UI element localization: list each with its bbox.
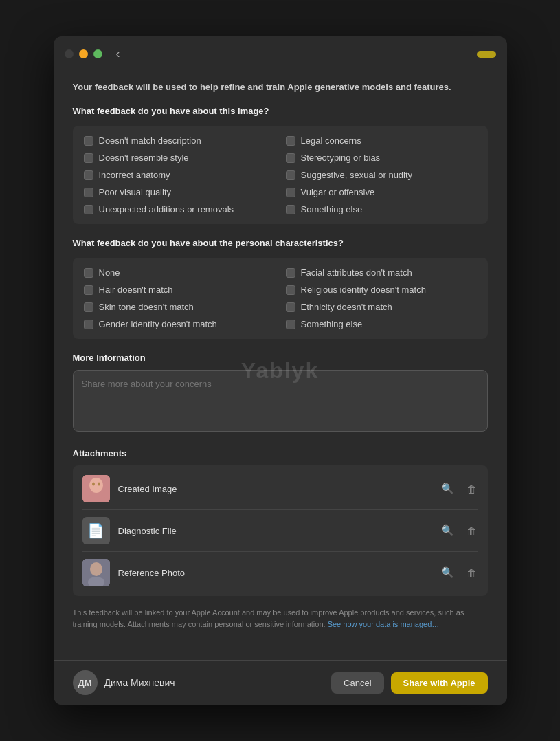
checkbox-none[interactable] [84, 268, 93, 278]
checkbox-facial-attributes[interactable] [286, 268, 295, 278]
checkbox-hair[interactable] [84, 285, 93, 295]
option-label: Doesn't resemble style [99, 153, 189, 163]
attachment-thumb-reference [82, 559, 110, 586]
option-label: Skin tone doesn't match [99, 302, 194, 312]
checkbox-incorrect-anatomy[interactable] [84, 170, 93, 180]
close-button[interactable] [65, 49, 74, 58]
option-label: Gender identity doesn't match [99, 319, 217, 329]
option-stereotyping-bias[interactable]: Stereotyping or bias [286, 153, 477, 163]
option-hair[interactable]: Hair doesn't match [84, 285, 275, 295]
option-label: None [99, 267, 120, 278]
option-ethnicity[interactable]: Ethnicity doesn't match [286, 302, 477, 312]
personal-question: What feedback do you have about the pers… [73, 238, 488, 248]
avatar: ДМ [73, 670, 98, 695]
option-something-else-image[interactable]: Something else [286, 204, 477, 214]
option-incorrect-anatomy[interactable]: Incorrect anatomy [84, 170, 275, 180]
option-legal-concerns[interactable]: Legal concerns [286, 135, 477, 146]
personal-options-grid: None Facial attributes don't match Hair … [73, 258, 488, 339]
checkbox-something-else-personal[interactable] [286, 320, 295, 329]
option-doesnt-match-description[interactable]: Doesn't match description [84, 135, 275, 146]
thumb-image-created [82, 475, 110, 502]
svg-point-3 [92, 483, 95, 486]
checkbox-doesnt-resemble-style[interactable] [84, 153, 93, 163]
option-suggestive[interactable]: Suggestive, sexual or nudity [286, 170, 477, 180]
done-button[interactable] [477, 51, 496, 58]
attachments-list: Created Image 🔍 🗑 📄 Diagnostic File 🔍 🗑 [73, 465, 488, 596]
thumb-doc-icon: 📄 [82, 517, 110, 544]
option-facial-attributes[interactable]: Facial attributes don't match [286, 267, 477, 278]
checkbox-ethnicity[interactable] [286, 302, 295, 312]
delete-attachment-diagnostic[interactable]: 🗑 [465, 524, 478, 538]
checkbox-legal-concerns[interactable] [286, 136, 295, 146]
delete-attachment-reference[interactable]: 🗑 [465, 566, 478, 580]
image-options-grid: Doesn't match description Legal concerns… [73, 126, 488, 224]
search-attachment-reference[interactable]: 🔍 [440, 565, 456, 580]
checkbox-unexpected-additions[interactable] [84, 205, 93, 214]
back-button[interactable]: ‹ [116, 47, 120, 61]
delete-attachment-created[interactable]: 🗑 [465, 482, 478, 496]
attachment-name-reference: Reference Photo [118, 568, 440, 578]
option-label: Incorrect anatomy [99, 170, 170, 180]
option-label: Ethnicity doesn't match [301, 302, 392, 312]
option-label: Something else [301, 319, 363, 329]
checkbox-poor-quality[interactable] [84, 188, 93, 197]
more-info-label: More Information [73, 353, 488, 363]
cancel-button[interactable]: Cancel [331, 672, 383, 694]
attachment-actions-created: 🔍 🗑 [440, 481, 478, 496]
option-label: Stereotyping or bias [301, 153, 381, 163]
thumb-image-reference [82, 559, 110, 586]
option-doesnt-resemble-style[interactable]: Doesn't resemble style [84, 153, 275, 163]
option-unexpected-additions[interactable]: Unexpected additions or removals [84, 204, 275, 214]
attachment-name-diagnostic: Diagnostic File [118, 526, 440, 536]
search-attachment-created[interactable]: 🔍 [440, 481, 456, 496]
intro-text: Your feedback will be used to help refin… [73, 80, 488, 94]
option-label: Religious identity doesn't match [301, 285, 426, 295]
option-label: Something else [301, 204, 363, 214]
option-label: Suggestive, sexual or nudity [301, 170, 413, 180]
traffic-lights [65, 49, 102, 58]
option-poor-quality[interactable]: Poor visual quality [84, 187, 275, 197]
attachment-thumb-created [82, 475, 110, 502]
svg-point-4 [98, 483, 100, 486]
attachment-thumb-diagnostic: 📄 [82, 517, 110, 544]
checkbox-skin-tone[interactable] [84, 302, 93, 312]
checkbox-suggestive[interactable] [286, 170, 295, 180]
data-management-link[interactable]: See how your data is managed… [328, 620, 440, 628]
option-label: Legal concerns [301, 135, 361, 146]
attachments-label: Attachments [73, 448, 488, 458]
option-religious-identity[interactable]: Religious identity doesn't match [286, 285, 477, 295]
option-vulgar[interactable]: Vulgar or offensive [286, 187, 477, 197]
attachment-diagnostic-file: 📄 Diagnostic File 🔍 🗑 [82, 510, 478, 552]
attachment-actions-reference: 🔍 🗑 [440, 565, 478, 580]
option-skin-tone[interactable]: Skin tone doesn't match [84, 302, 275, 312]
checkbox-religious-identity[interactable] [286, 285, 295, 295]
search-attachment-diagnostic[interactable]: 🔍 [440, 523, 456, 538]
user-name: Дима Михневич [104, 677, 175, 688]
attachment-created-image: Created Image 🔍 🗑 [82, 468, 478, 510]
checkbox-something-else-image[interactable] [286, 205, 295, 214]
checkbox-stereotyping-bias[interactable] [286, 153, 295, 163]
title-bar: ‹ [54, 36, 507, 72]
bottom-bar: ДМ Дима Михневич Cancel Share with Apple [54, 660, 507, 705]
attachment-name-created: Created Image [118, 484, 440, 494]
option-none[interactable]: None [84, 267, 275, 278]
option-gender-identity[interactable]: Gender identity doesn't match [84, 319, 275, 329]
option-label: Vulgar or offensive [301, 187, 375, 197]
checkbox-doesnt-match-description[interactable] [84, 136, 93, 146]
option-label: Doesn't match description [99, 135, 201, 146]
more-info-textarea[interactable] [73, 370, 488, 432]
image-question: What feedback do you have about this ima… [73, 106, 488, 116]
maximize-button[interactable] [93, 49, 102, 58]
attachment-reference-photo: Reference Photo 🔍 🗑 [82, 552, 478, 593]
bottom-actions: Cancel Share with Apple [331, 672, 487, 694]
option-label: Unexpected additions or removals [99, 204, 234, 214]
svg-point-6 [90, 562, 102, 576]
attachment-actions-diagnostic: 🔍 🗑 [440, 523, 478, 538]
user-info: ДМ Дима Михневич [73, 670, 175, 695]
minimize-button[interactable] [79, 49, 88, 58]
option-something-else-personal[interactable]: Something else [286, 319, 477, 329]
checkbox-vulgar[interactable] [286, 188, 295, 197]
share-with-apple-button[interactable]: Share with Apple [391, 672, 488, 694]
checkbox-gender-identity[interactable] [84, 320, 93, 329]
option-label: Poor visual quality [99, 187, 172, 197]
